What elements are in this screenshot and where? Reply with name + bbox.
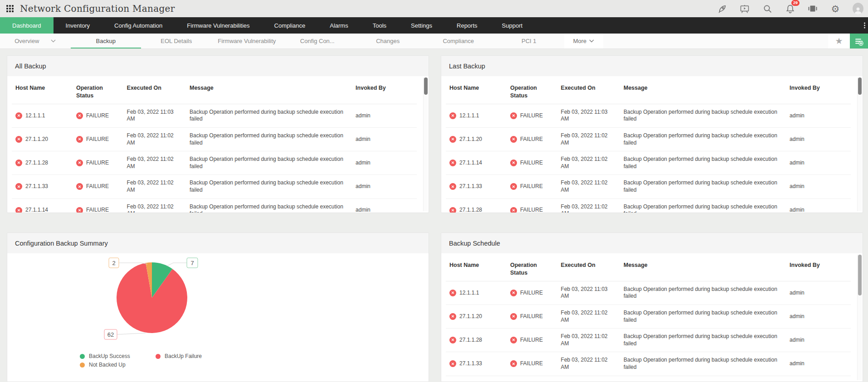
failure-status-icon: ✕ bbox=[15, 112, 22, 119]
failure-status-icon: ✕ bbox=[510, 290, 517, 296]
primary-nav: DashboardInventoryConfig AutomationFirmw… bbox=[0, 17, 868, 34]
nav-tab-reports[interactable]: Reports bbox=[444, 17, 490, 34]
table-row[interactable]: ✕27.1.1.14✕FAILUREFeb 03, 2022 11:02 AMB… bbox=[12, 198, 417, 213]
legend-item-backup-success[interactable]: BackUp Success bbox=[80, 353, 156, 359]
legend-item-backup-failure[interactable]: BackUp Failure bbox=[156, 353, 255, 359]
invoked-by-cell: admin bbox=[352, 104, 417, 127]
column-header-message[interactable]: Message bbox=[620, 80, 786, 104]
column-header-message[interactable]: Message bbox=[186, 80, 352, 104]
dashboard-tabs: OverviewBackupEOL DetailsFirmware Vulner… bbox=[0, 34, 603, 48]
tab-label: PCI 1 bbox=[522, 38, 536, 44]
all-backup-table-body: Host NameOperation StatusExecuted OnMess… bbox=[7, 76, 429, 213]
favorite-star-button[interactable]: ★ bbox=[828, 34, 850, 48]
operation-status-cell: ✕FAILURE bbox=[73, 104, 123, 127]
table-row[interactable]: ✕12.1.1.1✕FAILUREFeb 03, 2022 11:03 AMBa… bbox=[12, 104, 417, 127]
table-row[interactable]: ✕27.1.1.28✕FAILUREFeb 03, 2022 11:02 AMB… bbox=[446, 329, 851, 352]
panel-last-backup: Last Backup Host NameOperation StatusExe… bbox=[441, 55, 863, 213]
nav-tab-support[interactable]: Support bbox=[490, 17, 535, 34]
column-header-host-name[interactable]: Host Name bbox=[446, 80, 507, 104]
column-header-host-name[interactable]: Host Name bbox=[12, 80, 73, 104]
nav-tab-config-automation[interactable]: Config Automation bbox=[102, 17, 175, 34]
column-header-executed-on[interactable]: Executed On bbox=[123, 80, 186, 104]
dashboard-tab-compliance[interactable]: Compliance bbox=[423, 34, 494, 48]
add-dashboard-button[interactable] bbox=[850, 34, 868, 48]
column-header-host-name[interactable]: Host Name bbox=[446, 257, 507, 281]
operation-status-cell: ✕FAILURE bbox=[507, 175, 557, 198]
table-row[interactable]: ✕27.1.1.14✕FAILUREFeb 03, 2022 11:02 AMB… bbox=[446, 151, 851, 175]
column-header-operation-status[interactable]: Operation Status bbox=[73, 80, 123, 104]
failure-status-icon: ✕ bbox=[510, 183, 517, 190]
legend-item-not-backed-up[interactable]: Not Backed Up bbox=[80, 362, 156, 368]
dashboard-tabs-bar: OverviewBackupEOL DetailsFirmware Vulner… bbox=[0, 34, 868, 49]
host-name: 27.1.1.14 bbox=[25, 207, 48, 213]
column-header-message[interactable]: Message bbox=[620, 257, 786, 281]
operation-status-cell: ✕FAILURE bbox=[507, 281, 557, 305]
legend-dot bbox=[80, 354, 85, 359]
table-row[interactable]: ✕27.1.1.28✕FAILUREFeb 03, 2022 11:02 AMB… bbox=[12, 151, 417, 175]
column-header-operation-status[interactable]: Operation Status bbox=[507, 257, 557, 281]
table-row[interactable]: ✕27.1.1.20✕FAILUREFeb 03, 2022 11:02 AMB… bbox=[446, 127, 851, 151]
nav-tab-settings[interactable]: Settings bbox=[399, 17, 444, 34]
user-avatar[interactable] bbox=[853, 3, 863, 14]
message-cell: Backup Operation performed during backup… bbox=[620, 151, 786, 175]
dashboard-tab-overview[interactable]: Overview bbox=[0, 34, 71, 48]
executed-on-cell: Feb 03, 2022 11:03 AM bbox=[557, 281, 620, 305]
nav-overflow-kebab-icon[interactable] bbox=[864, 23, 865, 29]
table-row[interactable]: ✕27.1.1.20✕FAILUREFeb 03, 2022 11:02 AMB… bbox=[446, 305, 851, 328]
search-icon[interactable] bbox=[762, 3, 773, 14]
dashboard-tab-pci-1[interactable]: PCI 1 bbox=[494, 34, 565, 48]
dashboard-tab-firmware-vulnerability[interactable]: Firmware Vulnerability bbox=[212, 34, 283, 48]
nav-tab-alarms[interactable]: Alarms bbox=[317, 17, 360, 34]
rocket-icon[interactable] bbox=[717, 3, 727, 14]
operation-status-cell: ✕FAILURE bbox=[507, 104, 557, 127]
table-row[interactable]: ✕27.1.1.33✕FAILUREFeb 03, 2022 11:02 AMB… bbox=[446, 352, 851, 376]
table-row[interactable]: ✕27.1.1.20✕FAILUREFeb 03, 2022 11:02 AMB… bbox=[12, 127, 417, 151]
notifications-bell-icon[interactable]: 29 bbox=[785, 3, 795, 14]
operation-status-cell: ✕FAILURE bbox=[73, 127, 123, 151]
table-scrollbar[interactable] bbox=[857, 77, 862, 211]
table-row[interactable]: ✕27.1.1.28✕FAILUREFeb 03, 2022 11:02 AMB… bbox=[446, 198, 851, 213]
apps-grid-icon[interactable] bbox=[6, 5, 14, 12]
column-header-operation-status[interactable]: Operation Status bbox=[507, 80, 557, 104]
column-header-invoked-by[interactable]: Invoked By bbox=[786, 80, 851, 104]
table-row[interactable]: ✕12.1.1.1✕FAILUREFeb 03, 2022 11:03 AMBa… bbox=[446, 104, 851, 127]
callout-line bbox=[117, 333, 146, 334]
dashboard-tab-backup[interactable]: Backup bbox=[71, 34, 141, 48]
nav-tab-firmware-vulnerabilities[interactable]: Firmware Vulnerabilities bbox=[175, 17, 262, 34]
table-row[interactable]: ✕27.1.1.33✕FAILUREFeb 03, 2022 11:02 AMB… bbox=[12, 175, 417, 198]
column-header-invoked-by[interactable]: Invoked By bbox=[786, 257, 851, 281]
table-scrollbar[interactable] bbox=[857, 255, 862, 380]
nav-tab-dashboard[interactable]: Dashboard bbox=[0, 17, 54, 34]
dashboard-tab-config-con[interactable]: Config Con... bbox=[282, 34, 353, 48]
message-cell: Backup Operation performed during backup… bbox=[186, 104, 352, 127]
column-header-invoked-by[interactable]: Invoked By bbox=[352, 80, 417, 104]
list-plus-icon bbox=[854, 36, 864, 46]
data-label-value: 2 bbox=[112, 260, 115, 266]
host-name: 27.1.1.28 bbox=[25, 160, 48, 167]
message-cell: Backup Operation performed during backup… bbox=[620, 305, 786, 328]
display-wall-icon[interactable] bbox=[807, 3, 818, 14]
host-name-cell: ✕12.1.1.1 bbox=[12, 104, 73, 127]
nav-tab-inventory[interactable]: Inventory bbox=[54, 17, 102, 34]
invoked-by-cell: admin bbox=[786, 305, 851, 328]
failure-status-icon: ✕ bbox=[15, 160, 22, 166]
last-backup-table-body: Host NameOperation StatusExecuted OnMess… bbox=[441, 76, 863, 213]
nav-tab-compliance[interactable]: Compliance bbox=[262, 17, 318, 34]
column-header-executed-on[interactable]: Executed On bbox=[557, 80, 620, 104]
panel-title: Configuration Backup Summary bbox=[15, 240, 108, 247]
host-name-cell: ✕27.1.1.33 bbox=[446, 352, 507, 376]
presentation-play-icon[interactable] bbox=[739, 3, 750, 14]
message-cell: Backup Operation performed during backup… bbox=[620, 198, 786, 213]
panel-header: Backup Schedule bbox=[441, 233, 863, 253]
host-name: 27.1.1.20 bbox=[459, 313, 482, 320]
table-scrollbar[interactable] bbox=[423, 77, 428, 211]
nav-tab-tools[interactable]: Tools bbox=[361, 17, 399, 34]
dashboard-tab-changes[interactable]: Changes bbox=[353, 34, 424, 48]
dashboard-tab-more[interactable]: More bbox=[564, 34, 603, 48]
table-row[interactable]: ✕12.1.1.1✕FAILUREFeb 03, 2022 11:03 AMBa… bbox=[446, 281, 851, 305]
legend-dot bbox=[156, 354, 161, 359]
settings-gear-icon[interactable]: ⚙ bbox=[830, 3, 841, 14]
table-row[interactable]: ✕27.1.1.33✕FAILUREFeb 03, 2022 11:02 AMB… bbox=[446, 175, 851, 198]
column-header-executed-on[interactable]: Executed On bbox=[557, 257, 620, 281]
dashboard-tab-eol-details[interactable]: EOL Details bbox=[141, 34, 212, 48]
